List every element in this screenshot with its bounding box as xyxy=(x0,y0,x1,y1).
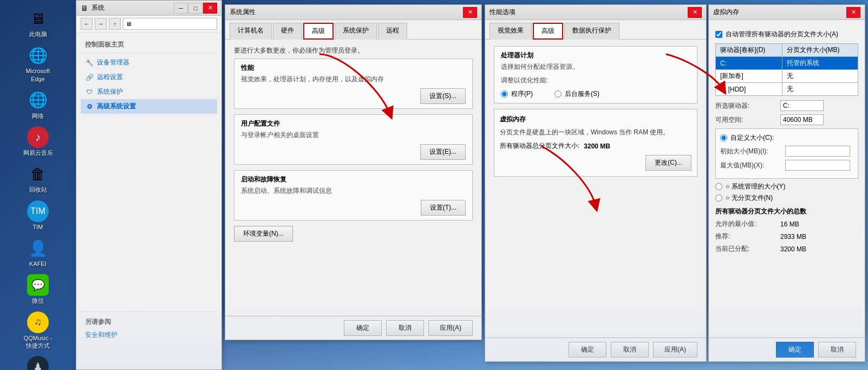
auto-manage-checkbox[interactable] xyxy=(715,31,722,38)
device-manager-link[interactable]: 🔧 设备管理器 xyxy=(81,55,217,70)
security-label: 安全和维护 xyxy=(85,330,118,340)
sysprop-title: 系统属性 xyxy=(230,8,460,17)
perf-ok-button[interactable]: 确定 xyxy=(569,342,606,358)
close-button[interactable]: ✕ xyxy=(203,3,217,14)
desktop-icon-steam[interactable]: ♟ Steam xyxy=(16,354,60,370)
vmem-total-label: 所有驱动器总分页文件大小: xyxy=(500,141,579,151)
startup-title: 启动和故障恢复 xyxy=(241,175,466,184)
divider2 xyxy=(81,311,217,312)
sysprop-ok-button[interactable]: 确定 xyxy=(344,320,382,336)
desktop-icon-qqmusic[interactable]: ♫ QQMusic -快捷方式 xyxy=(16,309,60,352)
address-icon: 🖥 xyxy=(126,21,132,27)
vmem-change-button[interactable]: 更改(C)... xyxy=(645,155,691,171)
perf-close-button[interactable]: ✕ xyxy=(688,7,702,18)
perf-apply-button[interactable]: 应用(A) xyxy=(653,342,697,358)
no-pagefile-label: ○ 无分页文件(N) xyxy=(726,193,773,203)
min-val-label: 允许的最小值: xyxy=(715,219,780,229)
radio-background-input[interactable] xyxy=(554,90,562,98)
network-label: 网络 xyxy=(32,112,44,120)
desktop-icon-weixin[interactable]: 💬 微信 xyxy=(16,272,60,307)
maximize-button[interactable]: □ xyxy=(188,3,203,14)
perf-window-title: 性能选项 xyxy=(490,8,684,17)
tab-hardware[interactable]: 硬件 xyxy=(273,23,302,40)
perf-footer: 确定 取消 应用(A) xyxy=(485,337,706,361)
desktop-icon-edge[interactable]: 🌐 Microsoft Edge xyxy=(16,42,60,85)
perf-tabs: 视觉效果 高级 数据执行保护 xyxy=(485,20,706,40)
vmem-ok-button[interactable]: 确定 xyxy=(776,342,814,358)
system-nav-bar: ← → ↑ 🖥 xyxy=(76,16,221,33)
tab-dep[interactable]: 数据执行保护 xyxy=(564,23,619,40)
vmem-content: 自动管理所有驱动器的分页文件大小(A) 驱动器[卷标](D) 分页文件大小(MB… xyxy=(709,20,865,340)
init-size-input[interactable] xyxy=(785,146,850,157)
radio-program[interactable]: 程序(P) xyxy=(501,89,533,99)
no-pagefile-input[interactable] xyxy=(715,194,722,202)
perf-settings-button[interactable]: 设置(S)... xyxy=(420,88,466,104)
system-protection-icon: 🛡 xyxy=(85,88,94,96)
drive-e-name: E: [HDD] xyxy=(716,83,782,96)
sysprop-cancel-button[interactable]: 取消 xyxy=(386,320,424,336)
custom-size-radio[interactable]: 自定义大小(C): xyxy=(720,133,853,142)
tab-computername[interactable]: 计算机名 xyxy=(230,23,272,40)
radio-background[interactable]: 后台服务(S) xyxy=(554,89,599,99)
perf-content: 处理器计划 选择如何分配处理器资源。 调整以优化性能: 程序(P) 后台服务(S… xyxy=(485,40,706,359)
system-titlebar: 🖥 系统 ─ □ ✕ xyxy=(76,1,221,16)
up-button[interactable]: ↑ xyxy=(109,18,121,30)
radio-program-input[interactable] xyxy=(501,90,508,98)
device-manager-icon: 🔧 xyxy=(85,59,94,67)
selected-drive-value xyxy=(780,100,824,111)
drive-e-size: 无 xyxy=(782,83,858,96)
radio-background-label: 后台服务(S) xyxy=(565,89,599,99)
desktop-icon-recycle[interactable]: 🗑 回收站 xyxy=(16,161,60,196)
custom-size-radio-input[interactable] xyxy=(720,134,727,141)
forward-button[interactable]: → xyxy=(95,18,107,30)
vmem-titlebar: 虚拟内存 ✕ xyxy=(709,5,865,20)
this-pc-label: 此电脑 xyxy=(29,30,47,38)
sysprop-close-button[interactable]: ✕ xyxy=(463,7,477,18)
sysprop-apply-button[interactable]: 应用(A) xyxy=(428,320,473,336)
advanced-system-settings-link[interactable]: ⚙ 高级系统设置 xyxy=(81,99,217,114)
vmem-total-value: 3200 MB xyxy=(584,142,610,150)
system-managed-input[interactable] xyxy=(715,183,722,190)
userprofile-desc: 与登录帐户相关的桌面设置 xyxy=(241,131,466,140)
table-row[interactable]: E: [HDD] 无 xyxy=(716,83,858,96)
max-size-input[interactable] xyxy=(785,160,850,171)
tab-visual-effects[interactable]: 视觉效果 xyxy=(490,23,532,40)
system-managed-radio[interactable]: ○ 系统管理的大小(Y) xyxy=(715,182,858,191)
minimize-button[interactable]: ─ xyxy=(174,3,188,14)
desktop-icon-wangyi[interactable]: ♪ 网易云音乐 xyxy=(16,124,60,159)
desktop-icon-network[interactable]: 🌐 网络 xyxy=(16,87,60,122)
this-pc-icon: 🖥 xyxy=(27,8,49,29)
vmem-window: 虚拟内存 ✕ 自动管理所有驱动器的分页文件大小(A) 驱动器[卷标](D) 分页… xyxy=(708,4,865,362)
userprofile-settings-button[interactable]: 设置(E)... xyxy=(420,144,466,160)
startup-settings-button[interactable]: 设置(T)... xyxy=(421,200,466,216)
radio-program-label: 程序(P) xyxy=(511,89,533,99)
desktop-icon-kafei[interactable]: 👤 KAFEI xyxy=(16,235,60,270)
free-space-input[interactable] xyxy=(780,114,824,125)
recycle-label: 回收站 xyxy=(29,186,47,193)
desktop-icon-tim[interactable]: TIM TIM xyxy=(16,198,60,233)
vmem-close-button[interactable]: ✕ xyxy=(846,7,860,18)
tab-sysprotection[interactable]: 系统保护 xyxy=(335,23,377,40)
edge-icon: 🌐 xyxy=(27,44,49,66)
perf-cancel-button[interactable]: 取消 xyxy=(611,342,649,358)
table-row[interactable]: C: 托管的系统 xyxy=(716,57,858,70)
perf-controls: ✕ xyxy=(688,7,702,18)
env-vars-row: 环境变量(N)... xyxy=(234,226,473,242)
selected-drive-input[interactable] xyxy=(780,100,824,111)
tab-perf-advanced[interactable]: 高级 xyxy=(533,23,563,40)
system-protection-link[interactable]: 🛡 系统保护 xyxy=(81,85,217,99)
vmem-cancel-button[interactable]: 取消 xyxy=(818,342,856,358)
tab-advanced[interactable]: 高级 xyxy=(303,23,334,40)
desktop-icon-this-pc[interactable]: 🖥 此电脑 xyxy=(16,5,60,40)
tab-remote[interactable]: 远程 xyxy=(378,23,407,40)
env-vars-button[interactable]: 环境变量(N)... xyxy=(234,226,293,242)
table-row[interactable]: [新加卷] 无 xyxy=(716,70,858,83)
no-pagefile-radio[interactable]: ○ 无分页文件(N) xyxy=(715,193,858,203)
perf-desc: 视觉效果，处理器计划，内存使用，以及虚拟内存 xyxy=(241,75,466,84)
remote-settings-link[interactable]: 🔗 远程设置 xyxy=(81,70,217,85)
sysprop-titlebar: 系统属性 ✕ xyxy=(225,5,481,20)
back-button[interactable]: ← xyxy=(81,18,93,30)
network-icon: 🌐 xyxy=(27,89,49,111)
address-bar[interactable]: 🖥 xyxy=(123,18,217,30)
security-link[interactable]: 安全和维护 xyxy=(81,328,217,342)
